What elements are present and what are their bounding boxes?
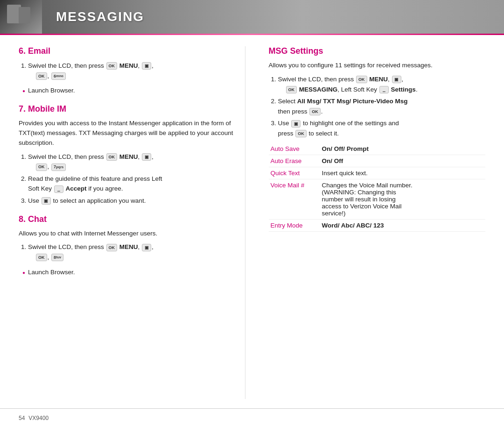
softkey-icon-2: ⎯ <box>379 86 389 93</box>
ok-key-5: OK <box>106 244 118 251</box>
msg-step-1: Swivel the LCD, then press OK MENU, ▣, O… <box>278 74 486 94</box>
section-email: 6. Email Swivel the LCD, then press OK M… <box>19 46 236 96</box>
msg-steps: Swivel the LCD, then press OK MENU, ▣, O… <box>269 74 486 139</box>
setting-entry-mode: Entry Mode Word/ Abc/ ABC/ 123 <box>269 220 486 232</box>
section-msg-settings: MSG Settings Allows you to configure 11 … <box>269 46 486 232</box>
ok-key-3: OK <box>106 153 118 161</box>
page-footer: 54 VX9400 <box>0 408 504 427</box>
chat-steps: Swivel the LCD, then press OK MENU, ▣, O… <box>19 242 236 262</box>
section-email-heading: 6. Email <box>19 46 236 56</box>
mobile-im-intro: Provides you with access to the Instant … <box>19 119 236 148</box>
left-column: 6. Email Swivel the LCD, then press OK M… <box>19 46 245 399</box>
header-image <box>0 0 42 34</box>
section-email-steps: Swivel the LCD, then press OK MENU, ▣, O… <box>19 61 236 81</box>
menu-label: MENU <box>119 62 138 69</box>
msg-intro: Allows you to configure 11 settings for … <box>269 61 486 71</box>
setting-name-entry-mode: Entry Mode <box>269 220 320 232</box>
msg-step-2: Select All Msg/ TXT Msg/ Picture-Video M… <box>278 96 486 116</box>
setting-name-quick-text: Quick Text <box>269 167 320 179</box>
setting-value-quick-text: Insert quick text. <box>320 167 486 179</box>
setting-value-entry-mode: Word/ Abc/ ABC/ 123 <box>320 220 486 232</box>
chat-step-1: Swivel the LCD, then press OK MENU, ▣, O… <box>28 242 236 262</box>
ok-key-7: OK <box>356 76 367 83</box>
page-number: 54 <box>19 415 25 421</box>
setting-auto-erase: Auto Erase On/ Off <box>269 155 486 167</box>
chat-bullet-1: Launch Browser. <box>22 267 236 278</box>
accept-label: Accept <box>66 185 87 192</box>
setting-value-auto-save: On/ Off/ Prompt <box>320 143 486 155</box>
ok-key-4: OK <box>36 164 47 171</box>
setting-name-auto-erase: Auto Erase <box>269 155 320 167</box>
key-6mno: 6mno <box>51 72 66 80</box>
email-step-1: Swivel the LCD, then press OK MENU, ▣, O… <box>28 61 236 81</box>
section-mobile-im-heading: 7. Mobile IM <box>19 104 236 114</box>
settings-label: Settings <box>391 86 416 93</box>
menu-label-4: MENU <box>369 76 388 83</box>
setting-value-auto-erase: On/ Off <box>320 155 486 167</box>
email-bullets: Launch Browser. <box>19 85 236 96</box>
section-mobile-im: 7. Mobile IM Provides you with access to… <box>19 104 236 206</box>
key-8tuv: 8tuv <box>51 254 63 261</box>
ok-key-8: OK <box>286 86 297 93</box>
ok-key-9: OK <box>309 108 321 115</box>
all-msg-label: All Msg/ TXT Msg/ Picture-Video Msg <box>297 98 408 105</box>
setting-auto-save: Auto Save On/ Off/ Prompt <box>269 143 486 155</box>
mobile-im-step-3: Use ▣ to select an application you want. <box>28 196 236 206</box>
ok-key-2: OK <box>36 72 47 80</box>
key-7pqrs: 7pqrs <box>51 164 66 171</box>
menu-label-2: MENU <box>119 153 138 160</box>
model-number: VX9400 <box>28 415 49 421</box>
setting-quick-text: Quick Text Insert quick text. <box>269 167 486 179</box>
menu-label-3: MENU <box>119 243 138 250</box>
mobile-im-step-1: Swivel the LCD, then press OK MENU, ▣, O… <box>28 152 236 172</box>
section-chat-heading: 8. Chat <box>19 214 236 224</box>
nav-key-5: ▣ <box>392 76 401 83</box>
page-header: MESSAGING <box>0 0 504 34</box>
setting-voice-mail: Voice Mail # Changes the Voice Mail numb… <box>269 179 486 220</box>
mobile-im-step-2: Read the guideline of this feature and p… <box>28 174 236 194</box>
nav-key-3: ▣ <box>42 197 51 205</box>
chat-bullets: Launch Browser. <box>19 267 236 278</box>
softkey-icon: ⎯ <box>54 185 63 193</box>
nav-key: ▣ <box>142 62 151 70</box>
ok-key-10: OK <box>295 130 307 137</box>
messaging-label: MESSAGING <box>299 86 338 93</box>
right-column: MSG Settings Allows you to configure 11 … <box>264 46 486 399</box>
email-bullet-1: Launch Browser. <box>22 85 236 96</box>
mobile-im-steps: Swivel the LCD, then press OK MENU, ▣, O… <box>19 152 236 206</box>
setting-name-auto-save: Auto Save <box>269 143 320 155</box>
section-msg-heading: MSG Settings <box>269 46 486 56</box>
setting-value-voice-mail: Changes the Voice Mail number.(WARNING: … <box>320 179 486 220</box>
nav-key-2: ▣ <box>142 153 151 161</box>
msg-step-3: Use ▣ to highlight one of the settings a… <box>278 118 486 138</box>
nav-key-4: ▣ <box>142 244 151 251</box>
page-title: MESSAGING <box>56 9 144 24</box>
ok-key-6: OK <box>36 254 47 261</box>
settings-table: Auto Save On/ Off/ Prompt Auto Erase On/… <box>269 143 486 232</box>
chat-intro: Allows you to chat with Internet Messeng… <box>19 229 236 239</box>
main-content: 6. Email Swivel the LCD, then press OK M… <box>0 35 504 408</box>
setting-name-voice-mail: Voice Mail # <box>269 179 320 220</box>
section-chat: 8. Chat Allows you to chat with Internet… <box>19 214 236 278</box>
settings-tbody: Auto Save On/ Off/ Prompt Auto Erase On/… <box>269 143 486 232</box>
ok-key: OK <box>106 62 118 70</box>
nav-key-6: ▣ <box>291 120 301 128</box>
